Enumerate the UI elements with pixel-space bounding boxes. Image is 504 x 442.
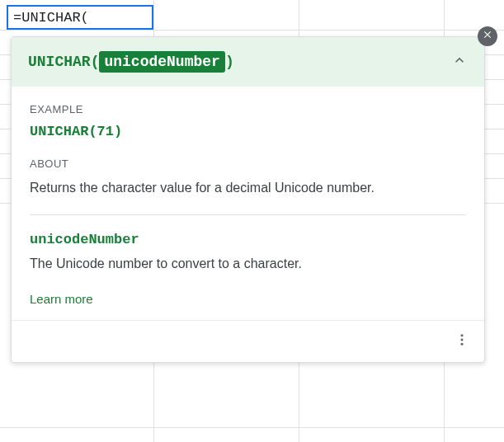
example-text: UNICHAR(71) xyxy=(30,124,466,139)
signature-param: unicodeNumber xyxy=(99,51,224,73)
close-icon xyxy=(482,29,493,44)
more-options-button[interactable] xyxy=(451,329,473,354)
about-label: ABOUT xyxy=(30,158,466,170)
open-paren: ( xyxy=(91,54,100,70)
svg-point-1 xyxy=(461,339,464,341)
collapse-help-button[interactable] xyxy=(451,52,468,72)
formula-help-panel: UNICHAR(unicodeNumber) EXAMPLE UNICHAR(7… xyxy=(11,36,485,363)
svg-point-0 xyxy=(461,334,464,336)
function-signature: UNICHAR(unicodeNumber) xyxy=(28,54,234,70)
learn-more-link[interactable]: Learn more xyxy=(30,292,93,306)
close-paren: ) xyxy=(225,54,234,70)
formula-text: =UNICHAR( xyxy=(13,10,89,26)
help-body: EXAMPLE UNICHAR(71) ABOUT Returns the ch… xyxy=(12,87,484,320)
param-description: The Unicode number to convert to a chara… xyxy=(30,254,466,274)
divider xyxy=(30,214,466,215)
more-vertical-icon xyxy=(455,336,469,350)
close-help-button[interactable] xyxy=(478,26,497,46)
chevron-up-icon xyxy=(451,57,468,71)
help-header: UNICHAR(unicodeNumber) xyxy=(12,37,484,87)
about-text: Returns the character value for a decima… xyxy=(30,178,466,198)
formula-input-cell[interactable]: =UNICHAR( xyxy=(7,5,153,30)
param-name: unicodeNumber xyxy=(30,232,466,247)
function-name: UNICHAR xyxy=(28,54,91,70)
help-footer xyxy=(12,320,484,362)
svg-point-2 xyxy=(461,343,464,346)
example-label: EXAMPLE xyxy=(30,103,466,115)
